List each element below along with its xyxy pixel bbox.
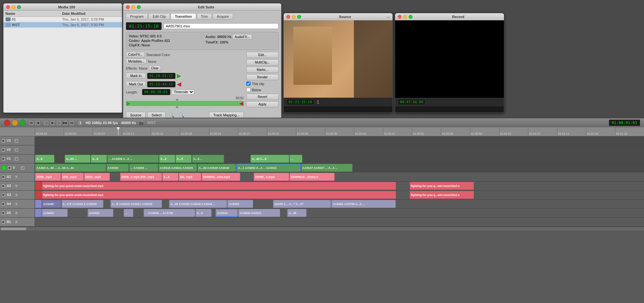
clip[interactable]: ZD59...mp3 (84, 173, 110, 181)
transport-play[interactable]: ▶ (50, 120, 55, 126)
select-button[interactable]: Select (147, 112, 166, 118)
colorfx-button[interactable]: ColorFX... (126, 52, 145, 57)
horizontal-scrollbar[interactable] (0, 227, 644, 230)
clip[interactable]: AA5639 AA5531 (238, 209, 280, 217)
track-s-a4[interactable]: S (14, 202, 19, 206)
zoom-out-icon[interactable]: 🔍 (177, 112, 185, 118)
clip[interactable]: ... (289, 155, 302, 163)
below-checkbox[interactable] (246, 88, 251, 92)
transport-rewind[interactable]: ⏮ (28, 120, 34, 126)
scrub-container[interactable]: 50:01 ▶ ◀ (126, 97, 244, 110)
transport-fwd[interactable]: ▶▶ (62, 120, 68, 126)
clip[interactable]: A...1 AA5692 A...3 ... AA5531 (236, 164, 301, 172)
clip[interactable]: AA5518 AA5521 AA5525 (158, 164, 197, 172)
clip[interactable]: A...38 (287, 209, 307, 217)
track-content-v[interactable]: AA493 A...96 ... A...98 A...04 AA5530 ..… (35, 163, 644, 172)
clip[interactable]: fighting-for-you-quinn-erwin-musicbed.mp… (42, 182, 396, 190)
track-toggle-v3[interactable]: ▶ (1, 139, 6, 143)
track-options-v3[interactable]: ⊿ (14, 139, 19, 143)
scrub-track[interactable] (126, 101, 244, 106)
clip[interactable]: A...40 A...8 (251, 155, 289, 163)
mark-out-indicator[interactable]: ◀ (177, 81, 181, 88)
track-options-v1[interactable]: ⊿ (14, 157, 19, 161)
revert-button[interactable]: Revert (246, 94, 279, 100)
clip[interactable]: ... AA5806 A...0 ... (107, 155, 159, 163)
zoom-in-icon[interactable]: 🔍 (167, 112, 175, 118)
close-button[interactable] (126, 5, 130, 9)
track-toggle-a1[interactable]: ▶ (1, 175, 6, 179)
track-content-a4[interactable]: AA5496 Z...8 B AA5504 Z AA5530 A...B AA5… (35, 200, 644, 208)
source-maximize[interactable] (297, 15, 301, 19)
clip[interactable]: A...28 AA5528 AA5649 (197, 164, 236, 172)
clip[interactable]: A...9 (175, 155, 192, 163)
clip[interactable]: ZD595614-...Demo.n (289, 173, 335, 181)
track-content-v3[interactable] (35, 136, 644, 145)
clip[interactable]: Z...8 B AA5504 Z AA5530 (62, 200, 103, 208)
clip[interactable]: fighting-for-you-q...win-musicbed.n (410, 182, 474, 190)
clip[interactable]: A...2 (159, 155, 175, 163)
minimize-button[interactable] (131, 5, 135, 9)
clip[interactable]: AA5651 (88, 209, 113, 217)
clip[interactable]: fighting-for-you-quinn-erwin-musicbed.mp… (42, 191, 396, 199)
clip[interactable]: fighting-for-you-q...win-musicbed.n (410, 191, 474, 199)
transport-step-back[interactable]: ◁ (43, 120, 49, 126)
audiofx-button[interactable]: AudioFX... (232, 34, 252, 40)
track-options-v2[interactable]: ⊿ (14, 148, 19, 152)
tab-acquire[interactable]: Acquire (213, 13, 233, 20)
record-close[interactable] (398, 15, 402, 19)
clip[interactable]: ... (124, 209, 133, 217)
timeline-close[interactable] (4, 120, 10, 126)
clip[interactable]: ZD59561...emo.mp3 (202, 173, 240, 181)
clip[interactable]: ... AA5806 ... AA5795 (144, 209, 195, 217)
transport-step-fwd[interactable]: ▷ (56, 120, 62, 126)
timecode-select[interactable]: Timecode (172, 89, 194, 95)
mark-out-button[interactable]: Mark Out (126, 81, 146, 87)
track-toggle-a4[interactable]: ▶ (1, 202, 6, 206)
track-toggle-b1[interactable]: ▶ (1, 220, 6, 224)
clip[interactable]: AA5683 (42, 209, 68, 217)
metadata-button[interactable]: Metadata... (126, 59, 147, 64)
clip[interactable]: ZD59...o.mp3 ZD5...mp3 (120, 173, 162, 181)
close-button[interactable] (6, 5, 10, 9)
clip[interactable]: AA5634 (215, 209, 238, 217)
info-button[interactable]: ℹ (77, 120, 83, 126)
track-s-a5[interactable]: S (14, 211, 19, 215)
clip[interactable]: Z...3 (162, 173, 178, 181)
track-mapping-button[interactable]: Track Mapping... (209, 112, 244, 118)
transport-back[interactable]: ◀ (35, 120, 41, 126)
clip[interactable]: A...B AA5520 AA5521 AA5525 (110, 200, 162, 208)
multiclip-button[interactable]: MultiClip... (246, 59, 279, 65)
track-toggle-a3[interactable]: ▶ (1, 193, 6, 197)
source-minimize[interactable] (292, 15, 296, 19)
tab-transition[interactable]: Transition (171, 13, 196, 20)
list-item[interactable]: 01 Thu, Jan 5, 2017, 3:29 PM (4, 17, 122, 22)
clip[interactable]: AA5530 (106, 164, 129, 172)
list-item[interactable]: WST Thu, Jan 5, 2017, 3:30 PM (4, 22, 122, 28)
tab-program[interactable]: Program (126, 13, 148, 20)
minimize-button[interactable] (12, 5, 15, 9)
transport-end[interactable]: ⏭ (69, 120, 75, 126)
clip[interactable]: A...63 ... (65, 155, 90, 163)
track-content-v2[interactable] (35, 145, 644, 154)
clip[interactable]: AA493 A...96 ... A...98 A...04 (35, 164, 106, 172)
track-content-a2[interactable]: fighting-for-you-quinn-erwin-musicbed.mp… (35, 181, 644, 190)
clear-button[interactable]: Clear (149, 65, 161, 71)
track-options-v[interactable]: ⊿ (20, 166, 25, 170)
filename-field[interactable] (164, 23, 279, 29)
render-button[interactable]: Render (246, 74, 279, 80)
clip[interactable]: ZD595...o.mp3 (254, 173, 289, 181)
source-tc-stepper[interactable]: ▲ ▼ (317, 100, 319, 105)
track-toggle-v2[interactable]: ▶ (1, 148, 6, 152)
track-toggle-v1[interactable]: ▶ (1, 157, 6, 161)
track-s-a2[interactable]: S (14, 184, 19, 188)
clip[interactable]: A...28 AA5528 AA5649 AA5649 ... (169, 200, 227, 208)
apply-button[interactable]: Apply (246, 101, 279, 107)
clip[interactable]: ... AA5658 ... (129, 164, 158, 172)
maximize-button[interactable] (17, 5, 21, 9)
source-button[interactable]: Source (126, 112, 146, 118)
track-toggle-a2[interactable]: ▶ (1, 184, 6, 188)
mark-in-button[interactable]: Mark In (126, 73, 146, 79)
clip[interactable]: ZD59...mp3 (35, 173, 61, 181)
track-s-a1[interactable]: S (14, 175, 19, 179)
track-content-a1[interactable]: ZD59...mp3 ZD5...mp3 ZD59...mp3 ZD59...o… (35, 172, 644, 181)
